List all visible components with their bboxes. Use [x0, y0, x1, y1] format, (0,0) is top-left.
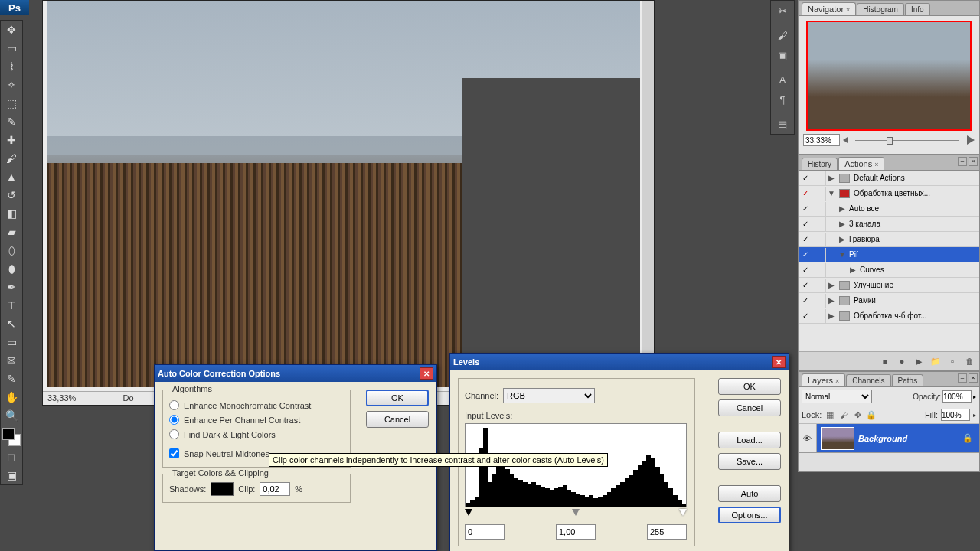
tab-history[interactable]: History	[802, 158, 838, 170]
lock-pixels-icon[interactable]: 🖌	[838, 409, 849, 420]
opacity-input[interactable]	[942, 390, 972, 403]
actions-row[interactable]: ✓▼Pif	[799, 247, 979, 262]
tab-navigator[interactable]: Navigator×	[802, 2, 856, 15]
actions-row[interactable]: ✓▶Улучшение	[799, 278, 979, 293]
lasso-tool[interactable]: ⌇	[1, 57, 22, 76]
document-canvas[interactable]	[47, 1, 640, 387]
input-mid-field[interactable]	[556, 524, 596, 540]
action-dialog-toggle[interactable]	[812, 187, 826, 201]
layer-visibility-icon[interactable]: 👁	[799, 424, 817, 452]
quickmask-toggle[interactable]: ◻	[1, 448, 22, 466]
action-enable-checkbox[interactable]: ✓	[799, 171, 812, 185]
fill-flyout-icon[interactable]: ▸	[973, 412, 976, 419]
crop-tool[interactable]: ⬚	[1, 94, 22, 112]
notes-tool[interactable]: ✉	[1, 351, 22, 370]
dock-icon-brushes[interactable]: 🖌	[771, 25, 794, 45]
auto-color-close-button[interactable]: ✕	[420, 367, 433, 380]
history-brush-tool[interactable]: ↺	[1, 186, 22, 204]
actions-row[interactable]: ✓▶Рамки	[799, 293, 979, 308]
navigator-zoom-slider[interactable]	[851, 140, 964, 141]
blend-mode-select[interactable]: Normal	[802, 390, 872, 403]
radio-find-dark-light[interactable]: Find Dark & Light Colors	[169, 427, 344, 442]
action-enable-checkbox[interactable]: ✓	[799, 233, 812, 246]
eraser-tool[interactable]: ◧	[1, 204, 22, 223]
wand-tool[interactable]: ✧	[1, 76, 22, 94]
actions-row[interactable]: ✓▶Default Actions	[799, 171, 979, 186]
path-tool[interactable]: ↖	[1, 315, 22, 333]
screenmode-toggle[interactable]: ▣	[1, 466, 22, 484]
navigator-zoom-out-icon[interactable]	[843, 137, 848, 143]
panel-close-button[interactable]: ×	[969, 157, 978, 166]
action-dialog-toggle[interactable]	[812, 263, 826, 277]
action-expand-toggle[interactable]: ▶	[837, 204, 848, 213]
color-swatches[interactable]	[1, 426, 22, 448]
move-tool[interactable]: ✥	[1, 21, 22, 39]
action-expand-toggle[interactable]: ▶	[848, 266, 858, 274]
radio-mono-contrast[interactable]: Enhance Monochromatic Contrast	[169, 398, 344, 412]
healing-tool[interactable]: ✚	[1, 131, 22, 149]
navigator-zoom-in-icon[interactable]	[967, 135, 975, 145]
action-enable-checkbox[interactable]: ✓	[799, 279, 812, 292]
actions-play-button[interactable]: ▶	[912, 355, 926, 367]
hand-tool[interactable]: ✋	[1, 388, 22, 406]
actions-stop-button[interactable]: ■	[878, 355, 892, 367]
midpoint-slider[interactable]	[572, 509, 580, 516]
action-enable-checkbox[interactable]: ✓	[799, 187, 812, 201]
actions-new-button[interactable]: ▫	[946, 355, 959, 367]
auto-color-ok-button[interactable]: OK	[366, 390, 429, 406]
channel-select[interactable]: RGB	[503, 388, 595, 403]
action-expand-toggle[interactable]: ▶	[837, 220, 848, 228]
levels-ok-button[interactable]: OK	[718, 378, 781, 395]
dock-icon-1[interactable]: ✂	[771, 1, 794, 21]
navigator-zoom-input[interactable]	[803, 134, 840, 146]
actions-row[interactable]: ✓▶3 канала	[799, 217, 979, 232]
dock-icon-paragraph[interactable]: ¶	[771, 90, 794, 109]
document-zoom-label[interactable]: 33,33%	[47, 393, 76, 403]
action-enable-checkbox[interactable]: ✓	[799, 248, 812, 262]
action-dialog-toggle[interactable]	[812, 279, 826, 292]
levels-load-button[interactable]: Load...	[718, 432, 781, 448]
shadows-color-swatch[interactable]	[211, 482, 234, 496]
panel-minimize-button[interactable]: –	[958, 157, 967, 166]
action-expand-toggle[interactable]: ▶	[826, 311, 837, 320]
actions-row[interactable]: ✓▼Обработка цветных...	[799, 186, 979, 201]
shadows-clip-input[interactable]	[260, 482, 290, 496]
white-point-slider[interactable]	[679, 509, 687, 516]
zoom-tool[interactable]: 🔍	[1, 406, 22, 425]
layers-empty-area[interactable]	[799, 453, 979, 471]
black-point-slider[interactable]	[465, 509, 472, 516]
levels-sliders[interactable]	[465, 510, 687, 518]
auto-color-cancel-button[interactable]: Cancel	[366, 411, 429, 428]
dock-icon-character[interactable]: A	[771, 70, 794, 90]
stamp-tool[interactable]: ▲	[1, 168, 22, 186]
levels-auto-button[interactable]: Auto	[718, 485, 781, 502]
actions-newset-button[interactable]: 📁	[929, 355, 942, 367]
dock-icon-clone[interactable]: ▣	[771, 45, 794, 65]
input-white-field[interactable]	[647, 524, 687, 540]
levels-dialog-titlebar[interactable]: Levels ✕	[450, 354, 789, 370]
foreground-color-swatch[interactable]	[2, 428, 15, 440]
gradient-tool[interactable]: ▰	[1, 223, 22, 241]
action-expand-toggle[interactable]: ▶	[826, 296, 837, 305]
fill-input[interactable]	[941, 409, 970, 421]
action-enable-checkbox[interactable]: ✓	[799, 217, 812, 231]
levels-options-button[interactable]: Options...	[718, 507, 781, 523]
action-enable-checkbox[interactable]: ✓	[799, 202, 812, 216]
lock-all-icon[interactable]: 🔒	[866, 409, 877, 420]
action-expand-toggle[interactable]: ▼	[826, 189, 837, 197]
action-expand-toggle[interactable]: ▶	[826, 281, 837, 289]
eyedropper-tool[interactable]: ✎	[1, 112, 22, 131]
actions-record-button[interactable]: ●	[895, 355, 909, 367]
marquee-tool[interactable]: ▭	[1, 39, 22, 57]
auto-color-dialog-titlebar[interactable]: Auto Color Correction Options ✕	[155, 365, 436, 382]
actions-row[interactable]: ✓▶Гравюра	[799, 232, 979, 247]
action-expand-toggle[interactable]: ▼	[837, 250, 848, 259]
panel-close-button[interactable]: ×	[969, 373, 978, 383]
blur-tool[interactable]: ⬯	[1, 241, 22, 259]
action-dialog-toggle[interactable]	[812, 294, 826, 308]
action-dialog-toggle[interactable]	[812, 217, 826, 231]
panel-minimize-button[interactable]: –	[958, 373, 967, 383]
layer-row-background[interactable]: 👁 Background 🔒	[799, 424, 979, 453]
navigator-thumbnail[interactable]	[806, 21, 972, 131]
dodge-tool[interactable]: ⬮	[1, 259, 22, 278]
